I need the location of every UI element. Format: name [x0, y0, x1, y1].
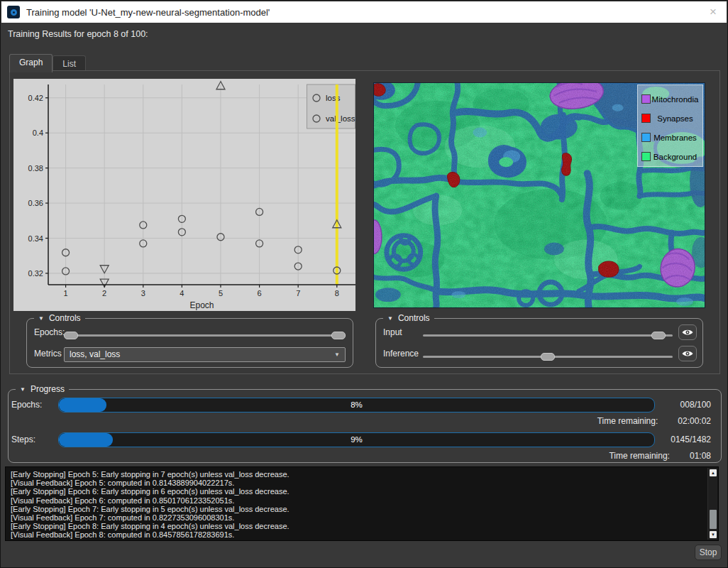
class-label: Membranes [651, 133, 700, 142]
x-tick-label: 5 [219, 289, 223, 297]
eye-icon [681, 328, 694, 337]
log-scrollbar[interactable]: ▲ ▼ [707, 468, 717, 540]
collapse-arrow-icon: ▼ [38, 315, 44, 322]
eye-icon [681, 349, 694, 358]
image-controls-group: ▼Controls Input Inference [375, 318, 703, 368]
log-lines: [Early Stopping] Epoch 5: Early stopping… [6, 467, 718, 540]
x-tick-label: 7 [296, 289, 300, 297]
inference-slider-label: Inference [383, 349, 419, 359]
slider-groove [423, 334, 673, 337]
x-tick-label: 4 [180, 289, 184, 297]
y-tick-label: 0.36 [28, 199, 43, 207]
class-color-swatch [641, 94, 651, 104]
steps-time-remaining: Time remaining:01:08 [609, 451, 711, 461]
steps-progress-label: Steps: [11, 435, 35, 444]
epochs-slider-label: Epochs: [34, 327, 65, 337]
x-axis-title: Epoch [189, 300, 214, 310]
title-bar: Training model 'U-Net_my-new-neural-segm… [1, 1, 727, 23]
log-line: [Early Stopping] Epoch 8: Early stopping… [11, 522, 704, 530]
x-tick-label: 6 [258, 289, 262, 297]
class-legend-item: Membranes [641, 128, 700, 147]
collapse-arrow-icon: ▼ [387, 315, 393, 322]
chart-controls-title[interactable]: ▼Controls [34, 313, 85, 323]
steps-progress-bar: 9% [58, 432, 655, 447]
progress-title[interactable]: ▼Progress [16, 384, 69, 394]
class-color-swatch [641, 152, 651, 161]
scroll-down-icon[interactable]: ▼ [710, 531, 717, 538]
progress-group: ▼Progress Epochs: 8% 008/100 Time remain… [8, 389, 722, 463]
loss-chart-svg: lossval_loss123456780.320.340.360.380.40… [13, 79, 355, 311]
log-line: [Early Stopping] Epoch 6: Early stopping… [11, 487, 704, 496]
legend-label: val_loss [326, 114, 355, 123]
class-legend: MitochrondiaSynapsesMembranesBackground [637, 84, 703, 167]
class-label: Synapses [651, 114, 700, 123]
close-icon[interactable]: × [707, 6, 719, 18]
log-line: [Early Stopping] Epoch 5: Early stopping… [11, 470, 704, 479]
scrollbar-thumb[interactable] [710, 510, 717, 529]
tab-bar: GraphList [9, 54, 86, 71]
log-line: [Visual Feedback] Epoch 7: computed in 0… [11, 513, 704, 522]
app-icon [7, 6, 20, 18]
metrics-dropdown-value: loss, val_loss [70, 349, 120, 359]
image-controls-title[interactable]: ▼Controls [383, 313, 434, 323]
input-opacity-slider[interactable] [423, 332, 673, 340]
chart-controls-group: ▼Controls Epochs: Metrics loss, val_loss… [26, 318, 353, 368]
collapse-arrow-icon: ▼ [20, 386, 26, 393]
class-color-swatch [641, 114, 651, 123]
y-tick-label: 0.32 [28, 269, 43, 278]
class-label: Mitochrondia [651, 95, 700, 104]
inference-slider-handle[interactable] [541, 353, 555, 361]
x-tick-label: 3 [141, 289, 145, 297]
y-tick-label: 0.4 [33, 129, 43, 137]
epochs-progress-bar: 8% [58, 398, 655, 413]
epochs-slider-handle-min[interactable] [64, 332, 78, 339]
inference-visibility-button[interactable] [678, 346, 697, 361]
input-visibility-button[interactable] [678, 324, 697, 340]
input-slider-handle[interactable] [651, 332, 666, 339]
log-line: [Visual Feedback] Epoch 5: computed in 0… [11, 479, 704, 487]
log-line: [Early Stopping] Epoch 7: Early stopping… [11, 505, 704, 513]
metrics-label: Metrics [34, 349, 62, 359]
epochs-progress-label: Epochs: [11, 400, 42, 410]
class-legend-item: Mitochrondia [641, 89, 700, 109]
class-legend-item: Synapses [641, 109, 700, 128]
x-tick-label: 8 [335, 289, 339, 297]
class-color-swatch [641, 133, 651, 142]
results-label: Training Results for epoch 8 of 100: [8, 29, 148, 39]
steps-progress-percent: 9% [59, 435, 654, 444]
x-tick-label: 2 [102, 289, 106, 297]
epochs-time-remaining: Time remaining:02:00:02 [597, 416, 711, 426]
slider-groove [64, 334, 346, 337]
input-slider-label: Input [383, 327, 402, 337]
training-window: Training model 'U-Net_my-new-neural-segm… [0, 0, 728, 568]
y-tick-label: 0.38 [28, 164, 43, 173]
epochs-progress-count: 008/100 [680, 400, 711, 410]
steps-progress-count: 0145/1482 [671, 435, 711, 444]
log-line: [Visual Feedback] Epoch 8: computed in 0… [11, 530, 704, 539]
metrics-dropdown[interactable]: loss, val_loss ▼ [64, 347, 346, 362]
epochs-progress-percent: 8% [59, 400, 654, 409]
y-tick-label: 0.42 [28, 94, 43, 102]
tab-graph[interactable]: Graph [9, 54, 53, 72]
log-console: [Early Stopping] Epoch 5: Early stopping… [5, 466, 719, 541]
log-line: [Visual Feedback] Epoch 6: computed in 0… [11, 496, 704, 505]
class-legend-item: Background [641, 147, 700, 166]
class-label: Background [651, 153, 700, 161]
inference-opacity-slider[interactable] [423, 353, 673, 361]
x-tick-label: 1 [64, 289, 68, 297]
stop-button[interactable]: Stop [695, 545, 722, 560]
window-title: Training model 'U-Net_my-new-neural-segm… [26, 7, 270, 18]
scroll-up-icon[interactable]: ▲ [710, 469, 717, 476]
segmentation-image: MitochrondiaSynapsesMembranesBackground [373, 82, 705, 308]
epochs-range-slider[interactable] [64, 332, 346, 340]
loss-chart[interactable]: lossval_loss123456780.320.340.360.380.40… [13, 79, 355, 311]
y-tick-label: 0.34 [28, 234, 43, 243]
chevron-down-icon: ▼ [334, 348, 340, 361]
epochs-slider-handle-max[interactable] [331, 332, 346, 339]
